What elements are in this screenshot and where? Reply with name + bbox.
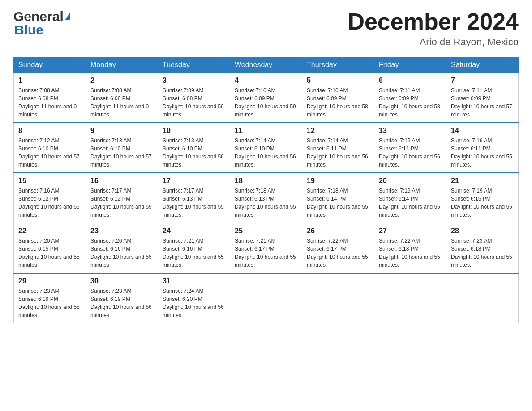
table-row: 29Sunrise: 7:23 AMSunset: 6:19 PMDayligh… bbox=[14, 273, 86, 323]
table-row: 13Sunrise: 7:15 AMSunset: 6:11 PMDayligh… bbox=[374, 123, 446, 173]
table-row bbox=[302, 273, 374, 323]
day-info: Sunrise: 7:13 AMSunset: 6:10 PMDaylight:… bbox=[163, 137, 225, 169]
day-info: Sunrise: 7:15 AMSunset: 6:11 PMDaylight:… bbox=[379, 137, 442, 169]
day-info: Sunrise: 7:12 AMSunset: 6:10 PMDaylight:… bbox=[18, 137, 81, 169]
day-number: 23 bbox=[90, 227, 153, 235]
table-row: 26Sunrise: 7:22 AMSunset: 6:17 PMDayligh… bbox=[302, 223, 374, 273]
day-info: Sunrise: 7:08 AMSunset: 6:08 PMDaylight:… bbox=[18, 86, 81, 119]
day-number: 7 bbox=[451, 77, 514, 85]
col-header-sunday: Sunday bbox=[14, 57, 86, 73]
table-row: 8Sunrise: 7:12 AMSunset: 6:10 PMDaylight… bbox=[14, 123, 86, 173]
table-row bbox=[446, 273, 519, 323]
table-row: 10Sunrise: 7:13 AMSunset: 6:10 PMDayligh… bbox=[158, 123, 230, 173]
calendar-week-row: 29Sunrise: 7:23 AMSunset: 6:19 PMDayligh… bbox=[14, 273, 519, 323]
day-info: Sunrise: 7:17 AMSunset: 6:12 PMDaylight:… bbox=[90, 187, 153, 219]
col-header-thursday: Thursday bbox=[302, 57, 374, 73]
day-info: Sunrise: 7:14 AMSunset: 6:11 PMDaylight:… bbox=[307, 137, 369, 169]
day-info: Sunrise: 7:20 AMSunset: 6:16 PMDaylight:… bbox=[90, 237, 153, 269]
day-info: Sunrise: 7:18 AMSunset: 6:14 PMDaylight:… bbox=[307, 187, 369, 219]
table-row: 14Sunrise: 7:16 AMSunset: 6:11 PMDayligh… bbox=[446, 123, 519, 173]
calendar-week-row: 15Sunrise: 7:16 AMSunset: 6:12 PMDayligh… bbox=[14, 173, 519, 223]
day-info: Sunrise: 7:11 AMSunset: 6:09 PMDaylight:… bbox=[451, 86, 514, 119]
day-info: Sunrise: 7:14 AMSunset: 6:10 PMDaylight:… bbox=[235, 137, 297, 169]
day-info: Sunrise: 7:21 AMSunset: 6:17 PMDaylight:… bbox=[235, 237, 297, 269]
day-number: 16 bbox=[90, 177, 153, 185]
table-row bbox=[230, 273, 302, 323]
day-number: 18 bbox=[235, 177, 297, 185]
day-number: 24 bbox=[163, 227, 225, 235]
location-subtitle: Ario de Rayon, Mexico bbox=[348, 36, 519, 48]
day-number: 15 bbox=[18, 177, 81, 185]
day-info: Sunrise: 7:18 AMSunset: 6:13 PMDaylight:… bbox=[235, 187, 297, 219]
day-info: Sunrise: 7:24 AMSunset: 6:20 PMDaylight:… bbox=[163, 287, 225, 319]
day-info: Sunrise: 7:23 AMSunset: 6:19 PMDaylight:… bbox=[90, 287, 153, 319]
day-info: Sunrise: 7:16 AMSunset: 6:11 PMDaylight:… bbox=[451, 137, 514, 169]
day-number: 3 bbox=[163, 77, 225, 85]
day-info: Sunrise: 7:23 AMSunset: 6:19 PMDaylight:… bbox=[18, 287, 81, 319]
table-row: 31Sunrise: 7:24 AMSunset: 6:20 PMDayligh… bbox=[158, 273, 230, 323]
table-row: 16Sunrise: 7:17 AMSunset: 6:12 PMDayligh… bbox=[86, 173, 158, 223]
table-row bbox=[374, 273, 446, 323]
table-row: 30Sunrise: 7:23 AMSunset: 6:19 PMDayligh… bbox=[86, 273, 158, 323]
day-number: 27 bbox=[379, 227, 442, 235]
day-number: 21 bbox=[451, 177, 514, 185]
day-number: 12 bbox=[307, 127, 369, 135]
table-row: 28Sunrise: 7:23 AMSunset: 6:18 PMDayligh… bbox=[446, 223, 519, 273]
day-number: 11 bbox=[235, 127, 297, 135]
month-year-title: December 2024 bbox=[348, 9, 519, 34]
page-header: General Blue December 2024 Ario de Rayon… bbox=[13, 9, 519, 48]
day-info: Sunrise: 7:10 AMSunset: 6:09 PMDaylight:… bbox=[235, 86, 297, 119]
day-number: 6 bbox=[379, 77, 442, 85]
day-info: Sunrise: 7:19 AMSunset: 6:14 PMDaylight:… bbox=[379, 187, 442, 219]
col-header-friday: Friday bbox=[374, 57, 446, 73]
calendar-week-row: 22Sunrise: 7:20 AMSunset: 6:15 PMDayligh… bbox=[14, 223, 519, 273]
table-row: 7Sunrise: 7:11 AMSunset: 6:09 PMDaylight… bbox=[446, 73, 519, 123]
table-row: 21Sunrise: 7:19 AMSunset: 6:15 PMDayligh… bbox=[446, 173, 519, 223]
table-row: 23Sunrise: 7:20 AMSunset: 6:16 PMDayligh… bbox=[86, 223, 158, 273]
table-row: 27Sunrise: 7:22 AMSunset: 6:18 PMDayligh… bbox=[374, 223, 446, 273]
day-number: 20 bbox=[379, 177, 442, 185]
day-number: 5 bbox=[307, 77, 369, 85]
calendar-week-row: 8Sunrise: 7:12 AMSunset: 6:10 PMDaylight… bbox=[14, 123, 519, 173]
day-info: Sunrise: 7:16 AMSunset: 6:12 PMDaylight:… bbox=[18, 187, 81, 219]
logo-blue-text: Blue bbox=[13, 22, 70, 38]
table-row: 4Sunrise: 7:10 AMSunset: 6:09 PMDaylight… bbox=[230, 73, 302, 123]
table-row: 2Sunrise: 7:08 AMSunset: 6:08 PMDaylight… bbox=[86, 73, 158, 123]
day-number: 17 bbox=[163, 177, 225, 185]
table-row: 1Sunrise: 7:08 AMSunset: 6:08 PMDaylight… bbox=[14, 73, 86, 123]
day-info: Sunrise: 7:17 AMSunset: 6:13 PMDaylight:… bbox=[163, 187, 225, 219]
day-number: 8 bbox=[18, 127, 81, 135]
table-row: 25Sunrise: 7:21 AMSunset: 6:17 PMDayligh… bbox=[230, 223, 302, 273]
table-row: 19Sunrise: 7:18 AMSunset: 6:14 PMDayligh… bbox=[302, 173, 374, 223]
day-number: 4 bbox=[235, 77, 297, 85]
table-row: 12Sunrise: 7:14 AMSunset: 6:11 PMDayligh… bbox=[302, 123, 374, 173]
col-header-monday: Monday bbox=[86, 57, 158, 73]
table-row: 20Sunrise: 7:19 AMSunset: 6:14 PMDayligh… bbox=[374, 173, 446, 223]
day-info: Sunrise: 7:10 AMSunset: 6:09 PMDaylight:… bbox=[307, 86, 369, 119]
title-area: December 2024 Ario de Rayon, Mexico bbox=[348, 9, 519, 48]
day-info: Sunrise: 7:08 AMSunset: 6:08 PMDaylight:… bbox=[90, 86, 153, 119]
calendar-week-row: 1Sunrise: 7:08 AMSunset: 6:08 PMDaylight… bbox=[14, 73, 519, 123]
col-header-wednesday: Wednesday bbox=[230, 57, 302, 73]
day-info: Sunrise: 7:13 AMSunset: 6:10 PMDaylight:… bbox=[90, 137, 153, 169]
logo-triangle-icon bbox=[65, 12, 70, 20]
calendar-table: SundayMondayTuesdayWednesdayThursdayFrid… bbox=[13, 57, 519, 323]
table-row: 9Sunrise: 7:13 AMSunset: 6:10 PMDaylight… bbox=[86, 123, 158, 173]
day-info: Sunrise: 7:22 AMSunset: 6:18 PMDaylight:… bbox=[379, 237, 442, 269]
day-info: Sunrise: 7:19 AMSunset: 6:15 PMDaylight:… bbox=[451, 187, 514, 219]
day-number: 28 bbox=[451, 227, 514, 235]
day-number: 26 bbox=[307, 227, 369, 235]
day-number: 22 bbox=[18, 227, 81, 235]
day-number: 9 bbox=[90, 127, 153, 135]
calendar-header-row: SundayMondayTuesdayWednesdayThursdayFrid… bbox=[14, 57, 519, 73]
table-row: 17Sunrise: 7:17 AMSunset: 6:13 PMDayligh… bbox=[158, 173, 230, 223]
day-number: 13 bbox=[379, 127, 442, 135]
logo-general-text: General bbox=[13, 9, 64, 24]
day-number: 19 bbox=[307, 177, 369, 185]
day-number: 10 bbox=[163, 127, 225, 135]
day-number: 14 bbox=[451, 127, 514, 135]
day-number: 31 bbox=[163, 277, 225, 285]
table-row: 6Sunrise: 7:11 AMSunset: 6:09 PMDaylight… bbox=[374, 73, 446, 123]
day-info: Sunrise: 7:11 AMSunset: 6:09 PMDaylight:… bbox=[379, 86, 442, 119]
day-number: 29 bbox=[18, 277, 81, 285]
